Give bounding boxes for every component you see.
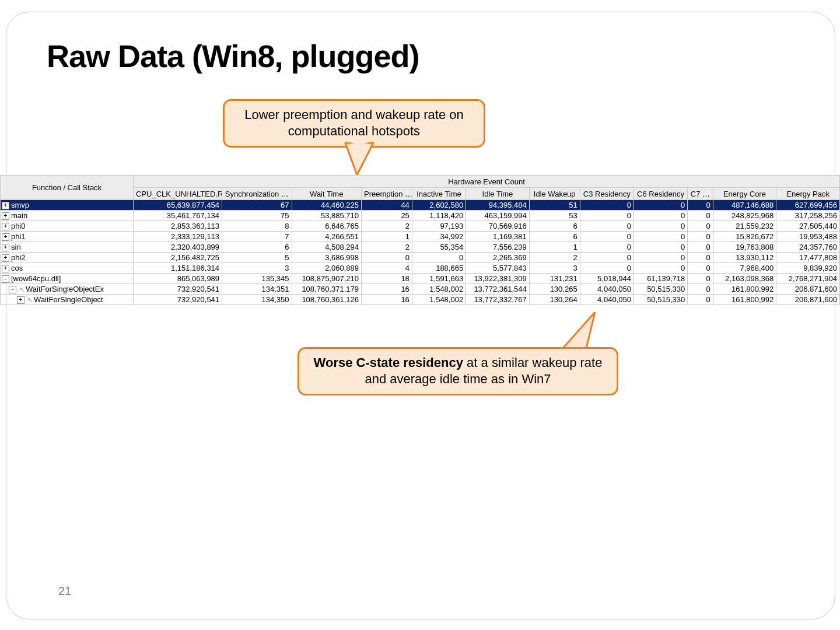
cell: 5,018,944 [580,274,634,284]
col-c3[interactable]: C3 Residency [580,188,634,200]
cell: 21,559,232 [713,221,776,232]
cell: 134,350 [222,295,292,305]
col-c7[interactable]: C7 … [688,188,713,200]
row-name: main [11,211,27,220]
col-iwake[interactable]: Idle Wakeup [529,188,580,200]
expand-icon[interactable]: + [2,223,9,230]
data-grid: Function / Call Stack Hardware Event Cou… [0,175,840,305]
col-group-hw[interactable]: Hardware Event Count [134,176,840,188]
row-name-cell[interactable]: -↖WaitForSingleObjectEx [1,284,134,295]
cell: 35,461,767,134 [134,211,222,221]
table-row[interactable]: +↖WaitForSingleObject732,920,541134,3501… [1,295,840,305]
cell: 7,556,239 [466,242,530,253]
expand-icon[interactable]: + [2,202,9,209]
cell: 134,351 [222,284,292,295]
cell: 27,505,440 [776,221,840,232]
col-function[interactable]: Function / Call Stack [1,176,134,200]
table-row[interactable]: +smvp65,639,877,4546744,460,225442,602,5… [1,200,840,211]
cell: 0 [688,284,713,295]
cell: 25 [361,211,412,221]
cell: 487,146,688 [713,200,776,211]
expand-icon[interactable]: + [2,212,9,220]
col-epack[interactable]: Energy Pack [776,188,840,200]
cell: 55,354 [412,242,466,253]
cell: 1 [529,242,580,253]
cell: 50,515,330 [634,284,687,295]
col-ecore[interactable]: Energy Core [713,188,776,200]
cell: 0 [688,232,713,242]
callout-bottom-strong: Worse C-state residency [314,355,463,370]
expand-icon[interactable]: + [2,254,9,262]
cell: 13,930,112 [713,253,776,263]
cell: 2,320,403,899 [134,242,222,253]
cell: 1 [361,232,412,242]
row-name-cell[interactable]: +main [1,211,134,221]
row-name-cell[interactable]: +↖WaitForSingleObject [1,295,134,305]
cell: 2,853,363,113 [134,221,222,232]
row-name-cell[interactable]: +phi0 [1,221,134,232]
cell: 13,772,332,767 [466,295,530,305]
cell: 0 [688,221,713,232]
collapse-icon[interactable]: - [9,286,16,293]
cell: 1,548,002 [412,295,466,305]
page-title: Raw Data (Win8, plugged) [47,38,419,74]
expand-icon[interactable]: + [2,265,9,272]
table-row[interactable]: +cos1,151,186,31432,060,8894188,6655,577… [1,263,840,274]
expand-icon[interactable]: + [2,233,9,241]
col-c6[interactable]: C6 Residency [634,188,687,200]
cell: 94,395,484 [466,200,530,211]
table-row[interactable]: +phi12,333,129,11374,266,551134,9921,169… [1,232,840,242]
table-row[interactable]: -[wow64cpu.dll]865,063,989135,345108,875… [1,274,840,284]
cell: 15,826,672 [713,232,776,242]
cell: 0 [634,242,687,253]
row-name-cell[interactable]: +phi1 [1,232,134,242]
col-wait[interactable]: Wait Time [292,188,361,200]
cell: 65,639,877,454 [134,200,222,211]
cell: 0 [688,253,713,263]
col-cpu[interactable]: CPU_CLK_UNHALTED.REF … [134,188,222,200]
row-name: phi2 [11,253,26,262]
cell: 6,646,765 [292,221,361,232]
cell: 1,591,663 [412,274,466,284]
cell: 463,159,994 [466,211,530,221]
row-name-cell[interactable]: +cos [1,263,134,274]
callout-top: Lower preemption and wakeup rate on comp… [223,99,485,148]
cell: 317,258,256 [776,211,840,221]
cell: 16 [361,295,412,305]
cell: 5 [222,253,292,263]
row-name-cell[interactable]: +phi2 [1,253,134,263]
table-row[interactable]: +phi02,853,363,11386,646,765297,19370,56… [1,221,840,232]
table-row[interactable]: +sin2,320,403,89964,508,294255,3547,556,… [1,242,840,253]
cell: 18 [361,274,412,284]
callout-top-line1: Lower preemption and wakeup rate on [244,107,463,122]
row-name: sin [11,243,21,251]
cell: 44,460,225 [292,200,361,211]
cell: 0 [634,200,687,211]
table-row[interactable]: -↖WaitForSingleObjectEx732,920,541134,35… [1,284,840,295]
cell: 130,265 [529,284,580,295]
col-inact[interactable]: Inactive Time [412,188,466,200]
table-row[interactable]: +phi22,156,482,72553,686,998002,265,3692… [1,253,840,263]
cell: 5,577,843 [466,263,530,274]
cell: 19,763,808 [713,242,776,253]
callout-bottom-line2: and average idle time as in Win7 [365,372,551,386]
cell: 0 [580,253,634,263]
cell: 0 [580,263,634,274]
cell: 53,885,710 [292,211,361,221]
cell: 7,968,400 [713,263,776,274]
col-pre[interactable]: Preemption … [361,188,412,200]
expand-icon[interactable]: + [17,296,24,304]
row-name-cell[interactable]: -[wow64cpu.dll] [1,274,134,284]
row-name-cell[interactable]: +sin [1,242,134,253]
row-name: cos [11,264,23,272]
collapse-icon[interactable]: - [2,275,9,283]
svg-marker-2 [563,312,595,348]
cell: 135,345 [222,274,292,284]
cell: 1,151,186,314 [134,263,222,274]
table-row[interactable]: +main35,461,767,1347553,885,710251,118,4… [1,211,840,221]
col-idle[interactable]: Idle Time [466,188,530,200]
expand-icon[interactable]: + [2,244,9,251]
cell: 2 [529,253,580,263]
col-sync[interactable]: Synchronization … [222,188,292,200]
row-name-cell[interactable]: +smvp [1,200,134,211]
